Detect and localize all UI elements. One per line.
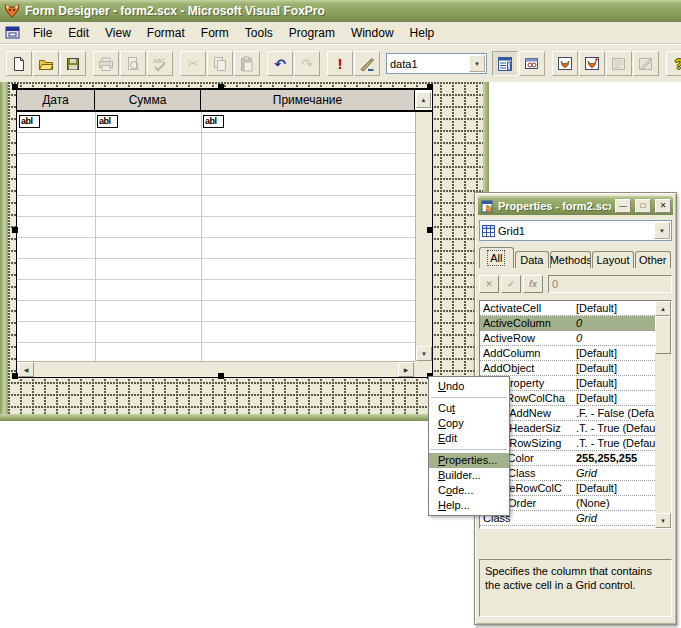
paste-button[interactable]: [234, 51, 260, 76]
textbox-control-2[interactable]: abl: [97, 115, 118, 128]
data-environment-button[interactable]: [519, 51, 545, 76]
grid-scroll-left-button[interactable]: ◀: [18, 362, 34, 377]
property-row[interactable]: ActivateCell[Default]: [480, 301, 655, 316]
property-row[interactable]: AddObject[Default]: [480, 361, 655, 376]
autoformat-icon: [638, 56, 654, 72]
copy-button[interactable]: [207, 51, 233, 76]
expression-builder-button[interactable]: fx: [523, 275, 543, 293]
color-palette-button[interactable]: [579, 51, 605, 76]
spelling-button[interactable]: ABC: [147, 51, 173, 76]
new-button[interactable]: [6, 51, 32, 76]
object-combo[interactable]: Grid1 ▼: [479, 220, 672, 241]
property-list-scrollbar[interactable]: ▲ ▼: [655, 301, 671, 528]
tab-layout[interactable]: Layout: [592, 251, 633, 268]
context-item-help[interactable]: Help...: [429, 498, 509, 513]
property-row[interactable]: ActiveColumn0: [480, 316, 655, 331]
grid-scroll-right-button[interactable]: ▶: [398, 362, 414, 377]
minimize-button[interactable]: —: [615, 199, 631, 213]
selection-handle-top-middle[interactable]: [218, 84, 224, 90]
menu-program[interactable]: Program: [281, 24, 343, 42]
accept-value-button[interactable]: ✓: [501, 275, 521, 293]
grid-column-header-3[interactable]: Примечание: [201, 90, 415, 110]
properties-title-bar[interactable]: Properties - form2.scx — □ ✕: [478, 196, 673, 215]
selection-handle-top-left[interactable]: [12, 84, 18, 90]
main-title-bar[interactable]: Form Designer - form2.scx - Microsoft Vi…: [0, 0, 681, 22]
menu-view[interactable]: View: [97, 24, 139, 42]
context-item-properties[interactable]: Properties...: [429, 453, 509, 468]
textbox-control-1[interactable]: abl: [19, 115, 40, 128]
context-item-code[interactable]: Code...: [429, 483, 509, 498]
spellcheck-icon: ABC: [152, 56, 168, 72]
grid-column-header-2[interactable]: Сумма: [95, 90, 201, 110]
save-button[interactable]: [60, 51, 86, 76]
close-button[interactable]: ✕: [655, 199, 671, 213]
context-item-copy[interactable]: Copy: [429, 416, 509, 431]
tab-other[interactable]: Other: [635, 251, 671, 268]
context-item-undo[interactable]: Undo: [429, 379, 509, 394]
grid-body: [17, 112, 415, 361]
menu-window[interactable]: Window: [343, 24, 402, 42]
form-window-border-bottom: [0, 414, 489, 421]
property-value-field[interactable]: 0: [548, 275, 672, 293]
undo-arrow-icon: ↶: [274, 57, 286, 71]
menu-help[interactable]: Help: [402, 24, 443, 42]
main-toolbar: ABC ✂ ↶ ↷ ! data1 ▼: [0, 44, 681, 82]
tab-methods[interactable]: Methods: [550, 251, 591, 268]
grid-vertical-scrollbar[interactable]: ▼: [415, 112, 432, 361]
print-preview-icon: [125, 56, 141, 72]
help-button[interactable]: ?: [666, 51, 681, 76]
cancel-value-button[interactable]: ✕: [479, 275, 499, 293]
selection-handle-bottom-middle[interactable]: [218, 373, 224, 379]
list-scroll-up-button[interactable]: ▲: [655, 301, 671, 316]
open-button[interactable]: [33, 51, 59, 76]
redo-button[interactable]: ↷: [294, 51, 320, 76]
foxpro-fox-icon: [4, 3, 20, 19]
child-window-restore-icon[interactable]: [3, 25, 21, 41]
run-button[interactable]: !: [327, 51, 353, 76]
modify-form-button[interactable]: [354, 51, 380, 76]
grid-control[interactable]: Дата Сумма Примечание ▲ abl abl abl ▼ ◀ …: [16, 88, 433, 378]
context-item-edit[interactable]: Edit: [429, 431, 509, 446]
property-row[interactable]: AddColumn[Default]: [480, 346, 655, 361]
object-combo-arrow[interactable]: ▼: [654, 222, 670, 239]
list-scroll-down-button[interactable]: ▼: [655, 513, 671, 528]
properties-window-button[interactable]: [492, 51, 518, 76]
combo-dropdown-arrow[interactable]: ▼: [469, 55, 485, 72]
builder-icon: [611, 56, 627, 72]
textbox-control-3[interactable]: abl: [203, 115, 224, 128]
grid-header-row: Дата Сумма Примечание ▲: [17, 90, 432, 112]
grid-horizontal-scrollbar[interactable]: ◀ ▶: [17, 361, 415, 377]
tab-all[interactable]: All: [479, 247, 514, 268]
menu-file[interactable]: File: [25, 24, 60, 42]
menu-tools[interactable]: Tools: [237, 24, 281, 42]
grid-scroll-down-button[interactable]: ▼: [416, 346, 432, 361]
menu-format[interactable]: Format: [139, 24, 193, 42]
data-session-combo[interactable]: data1 ▼: [386, 53, 487, 74]
tab-data[interactable]: Data: [515, 251, 550, 268]
menu-form[interactable]: Form: [193, 24, 237, 42]
list-scroll-thumb[interactable]: [655, 316, 671, 354]
selection-handle-middle-left[interactable]: [12, 227, 18, 233]
menu-edit[interactable]: Edit: [60, 24, 97, 42]
grid-column-header-1[interactable]: Дата: [17, 90, 95, 110]
selection-handle-top-right[interactable]: [427, 84, 433, 90]
grid-scroll-up-button[interactable]: ▲: [416, 92, 431, 108]
properties-list-icon: [497, 56, 513, 72]
selection-handle-bottom-left[interactable]: [12, 373, 18, 379]
run-exclamation-icon: !: [338, 56, 343, 71]
maximize-button[interactable]: □: [635, 199, 651, 213]
undo-button[interactable]: ↶: [267, 51, 293, 76]
cut-button[interactable]: ✂: [180, 51, 206, 76]
print-button[interactable]: [93, 51, 119, 76]
selection-handle-middle-right[interactable]: [427, 227, 433, 233]
form-controls-toolbar-button[interactable]: [552, 51, 578, 76]
builder-button[interactable]: [606, 51, 632, 76]
data-environment-icon: [524, 56, 540, 72]
property-row[interactable]: ActiveRow0: [480, 331, 655, 346]
autoformat-button[interactable]: [633, 51, 659, 76]
print-preview-button[interactable]: [120, 51, 146, 76]
context-item-builder[interactable]: Builder...: [429, 468, 509, 483]
object-combo-value: Grid1: [498, 225, 651, 237]
data-session-value: data1: [387, 58, 469, 70]
context-item-cut[interactable]: Cut: [429, 401, 509, 416]
